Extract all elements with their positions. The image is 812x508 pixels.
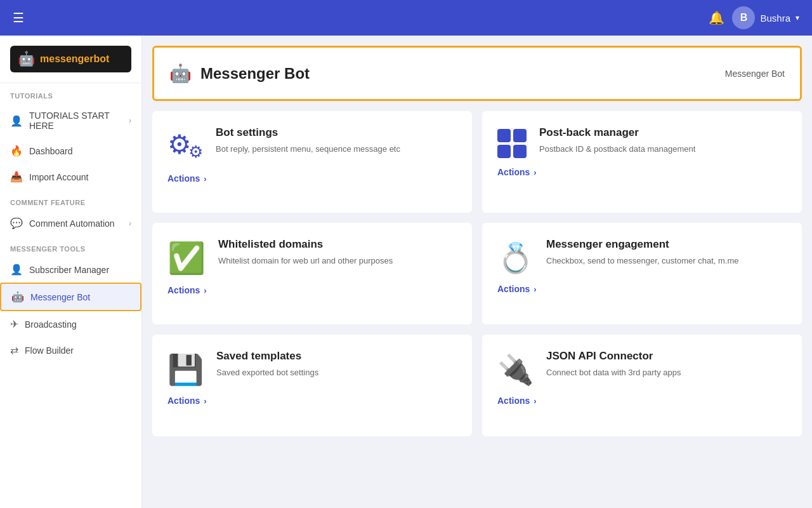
page-header-robot-icon: 🤖 <box>169 63 192 84</box>
page-header-left: 🤖 Messenger Bot <box>169 63 310 84</box>
ring-icon: 💍 <box>497 241 534 274</box>
sidebar-item-tutorials-start-inner: 👤 TUTORIALS START HERE <box>10 110 122 131</box>
grid-cell-3 <box>497 145 511 158</box>
card-json-actions-label: Actions <box>497 396 530 406</box>
topnav-left: ☰ <box>13 10 24 25</box>
comment-icon: 💬 <box>10 217 23 229</box>
sidebar-item-messenger-bot[interactable]: 🤖 Messenger Bot <box>0 283 141 311</box>
sidebar-item-bot-inner: 🤖 Messenger Bot <box>11 291 90 303</box>
grid-icon <box>497 129 527 158</box>
card-whitelisted-domains: ✅ Whitelisted domains Whitelist domain f… <box>152 223 472 324</box>
sidebar-item-import-inner: 📥 Import Account <box>10 171 88 183</box>
grid-cell-2 <box>513 129 527 142</box>
subscriber-icon: 👤 <box>10 264 23 276</box>
plug-icon: 🔌 <box>497 353 534 386</box>
page-header-card: 🤖 Messenger Bot Messenger Bot <box>152 46 802 101</box>
flow-builder-icon: ⇄ <box>10 344 18 356</box>
card-whitelist-body: Whitelisted domains Whitelist domain for… <box>218 238 457 267</box>
sidebar-section-comment: COMMENT FEATURE <box>0 190 141 210</box>
gears-icon: ⚙ ⚙ <box>167 129 203 162</box>
sidebar: 🤖 messengerbot TUTORIALS 👤 TUTORIALS STA… <box>0 36 142 508</box>
card-bot-settings-title: Bot settings <box>216 126 457 139</box>
user-dropdown-caret: ▾ <box>796 13 799 22</box>
subscriber-manager-label: Subscriber Manager <box>29 265 109 275</box>
sidebar-item-import-account[interactable]: 📥 Import Account <box>0 164 141 190</box>
sidebar-section-tutorials: TUTORIALS <box>0 83 141 104</box>
card-postback-actions-label: Actions <box>497 167 530 177</box>
tutorials-chevron-icon: › <box>129 116 131 125</box>
broadcasting-label: Broadcasting <box>25 319 77 330</box>
sidebar-item-subscriber-manager[interactable]: 👤 Subscriber Manager <box>0 257 141 283</box>
comment-chevron-icon: › <box>129 219 131 228</box>
sidebar-item-dashboard-inner: 🔥 Dashboard <box>10 145 73 157</box>
card-postback-actions[interactable]: Actions › <box>497 164 787 177</box>
dashboard-icon: 🔥 <box>10 145 23 157</box>
sidebar-logo: 🤖 messengerbot <box>0 36 141 83</box>
import-icon: 📥 <box>10 171 23 183</box>
sidebar-item-broadcasting-inner: ✈ Broadcasting <box>10 318 77 330</box>
card-engagement-actions-chevron: › <box>534 284 536 294</box>
topnav: ☰ 🔔 B Bushra ▾ <box>0 0 812 36</box>
card-engagement-actions-label: Actions <box>497 284 530 294</box>
card-bot-settings-body: Bot settings Bot reply, persistent menu,… <box>216 126 457 156</box>
card-whitelist-icon-area: ✅ <box>167 238 206 276</box>
card-whitelist-top: ✅ Whitelisted domains Whitelist domain f… <box>167 238 457 276</box>
card-whitelist-title: Whitelisted domains <box>218 238 457 251</box>
page-title: Messenger Bot <box>200 65 310 83</box>
card-json-actions[interactable]: Actions › <box>497 393 787 406</box>
tutorials-start-label: TUTORIALS START HERE <box>29 110 122 131</box>
dashboard-label: Dashboard <box>29 146 73 156</box>
card-templates-top: 💾 Saved templates Saved exported bot set… <box>167 350 457 387</box>
card-templates-body: Saved templates Saved exported bot setti… <box>216 350 457 379</box>
card-templates-actions[interactable]: Actions › <box>167 393 457 406</box>
import-account-label: Import Account <box>29 172 88 182</box>
sidebar-item-flow-inner: ⇄ Flow Builder <box>10 344 74 356</box>
sidebar-section-messenger-tools: MESSENGER TOOLS <box>0 236 141 257</box>
card-json-desc: Connect bot data with 3rd party apps <box>546 366 787 379</box>
layout: 🤖 messengerbot TUTORIALS 👤 TUTORIALS STA… <box>0 36 812 508</box>
user-area[interactable]: B Bushra ▾ <box>732 6 799 29</box>
card-templates-actions-chevron: › <box>204 396 206 406</box>
card-postback-actions-chevron: › <box>534 168 536 177</box>
card-json-body: JSON API Connector Connect bot data with… <box>546 350 787 379</box>
card-engagement-desc: Checkbox, send to messenger, customer ch… <box>546 255 787 267</box>
card-bot-settings-actions-label: Actions <box>167 173 200 184</box>
messenger-bot-label: Messenger Bot <box>30 292 90 302</box>
card-engagement-actions[interactable]: Actions › <box>497 281 787 294</box>
card-bot-settings: ⚙ ⚙ Bot settings Bot reply, persistent m… <box>152 111 472 213</box>
messenger-bot-sidebar-icon: 🤖 <box>11 291 24 303</box>
card-bot-settings-actions[interactable]: Actions › <box>167 171 457 184</box>
logo-text-main: messenger <box>40 53 94 64</box>
topnav-right: 🔔 B Bushra ▾ <box>709 6 799 29</box>
card-bot-settings-actions-chevron: › <box>204 174 206 184</box>
hamburger-icon[interactable]: ☰ <box>13 10 24 25</box>
sidebar-item-comment-automation[interactable]: 💬 Comment Automation › <box>0 210 141 236</box>
card-postback-body: Post-back manager Postback ID & postback… <box>539 126 787 156</box>
sidebar-item-broadcasting[interactable]: ✈ Broadcasting <box>0 311 141 337</box>
bell-icon[interactable]: 🔔 <box>709 10 724 25</box>
card-templates-desc: Saved exported bot settings <box>216 366 457 379</box>
card-engagement-icon-area: 💍 <box>497 238 534 275</box>
card-whitelist-actions-chevron: › <box>204 286 206 295</box>
main-content: 🤖 Messenger Bot Messenger Bot ⚙ ⚙ Bot s <box>142 36 812 508</box>
card-templates-actions-label: Actions <box>167 396 200 406</box>
card-bot-settings-icon-area: ⚙ ⚙ <box>167 126 203 164</box>
sidebar-item-dashboard[interactable]: 🔥 Dashboard <box>0 138 141 164</box>
checkmark-circle-icon: ✅ <box>167 241 206 275</box>
sidebar-item-comment-inner: 💬 Comment Automation <box>10 217 115 229</box>
card-json-icon-area: 🔌 <box>497 350 534 387</box>
grid-cell-1 <box>497 129 511 142</box>
comment-automation-label: Comment Automation <box>29 218 115 229</box>
card-whitelist-actions[interactable]: Actions › <box>167 283 457 295</box>
broadcasting-icon: ✈ <box>10 318 18 330</box>
card-json-api: 🔌 JSON API Connector Connect bot data wi… <box>482 335 802 436</box>
sidebar-item-tutorials-start[interactable]: 👤 TUTORIALS START HERE › <box>0 104 141 138</box>
username-label: Bushra <box>760 13 790 23</box>
sidebar-item-flow-builder[interactable]: ⇄ Flow Builder <box>0 337 141 363</box>
logo-text-accent: bot <box>94 53 110 64</box>
card-whitelist-actions-label: Actions <box>167 285 200 295</box>
flow-builder-label: Flow Builder <box>25 345 74 356</box>
breadcrumb: Messenger Bot <box>725 69 785 79</box>
card-templates-title: Saved templates <box>216 350 457 363</box>
logo-box: 🤖 messengerbot <box>10 46 131 72</box>
